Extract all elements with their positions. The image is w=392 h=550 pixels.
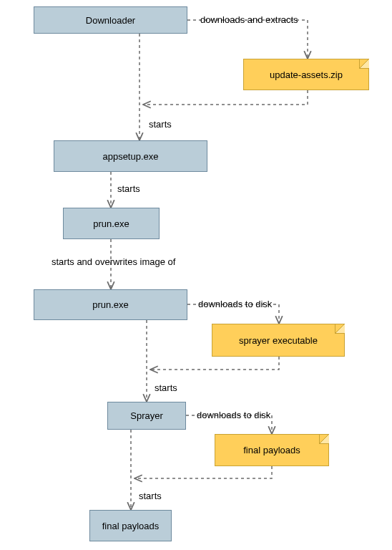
node-sprayer: Sprayer [107,402,186,430]
node-label: prun.exe [92,299,129,310]
node-downloader: Downloader [34,6,187,34]
edge-label-starts-3: starts [155,382,177,393]
node-label: sprayer executable [239,335,318,346]
note-fold-icon [319,434,329,444]
edge-label-starts-1: starts [149,119,172,130]
node-prun-1: prun.exe [63,208,160,239]
node-update-assets-zip: update-assets.zip [243,59,369,90]
edge-label-starts-4: starts [139,491,162,501]
node-appsetup: appsetup.exe [54,140,207,172]
node-label: Downloader [86,15,135,26]
edge-label-downloads-disk-1: downloads to disk [198,299,272,309]
edge-label-starts-overwrites: starts and overwrites image of [52,256,175,267]
node-label: appsetup.exe [102,151,158,162]
node-sprayer-executable: sprayer executable [212,324,345,357]
node-label: update-assets.zip [270,69,343,80]
flowchart-canvas: Downloader update-assets.zip appsetup.ex… [0,0,392,550]
node-prun-2: prun.exe [34,289,187,320]
node-final-payloads-note: final payloads [215,434,329,466]
node-label: prun.exe [93,218,129,229]
node-label: Sprayer [130,410,163,421]
node-final-payloads: final payloads [89,510,172,541]
edge-label-downloads-extracts: downloads and extracts [200,14,298,25]
note-fold-icon [335,324,345,334]
edge-label-downloads-disk-2: downloads to disk [197,410,270,420]
node-label: final payloads [102,521,160,531]
edge-label-starts-2: starts [117,183,140,194]
node-label: final payloads [243,445,300,455]
note-fold-icon [359,59,369,69]
